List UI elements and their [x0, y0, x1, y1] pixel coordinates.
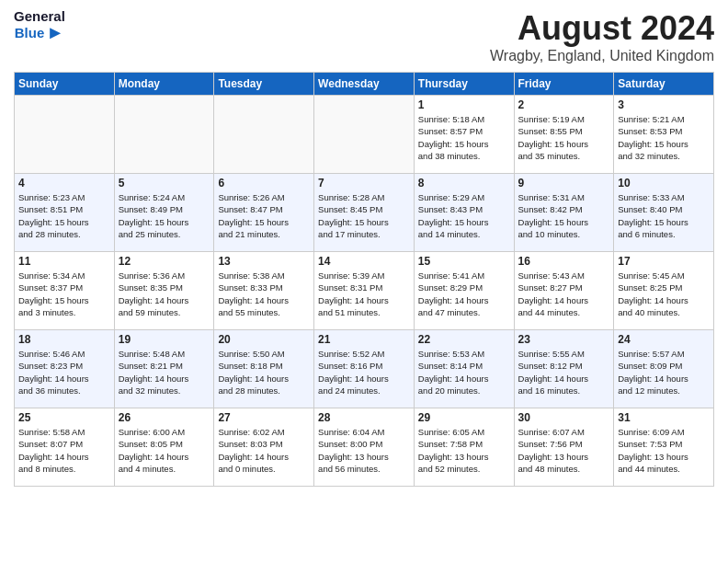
day-info: Sunrise: 6:04 AMSunset: 8:00 PMDaylight:… [318, 426, 410, 475]
day-info: Sunrise: 5:28 AMSunset: 8:45 PMDaylight:… [318, 191, 410, 240]
calendar-cell: 8Sunrise: 5:29 AMSunset: 8:43 PMDaylight… [414, 174, 514, 252]
day-number: 7 [318, 177, 410, 190]
day-number: 3 [618, 98, 710, 111]
day-number: 27 [218, 411, 310, 424]
day-info: Sunrise: 5:21 AMSunset: 8:53 PMDaylight:… [618, 113, 710, 162]
calendar-cell: 12Sunrise: 5:36 AMSunset: 8:35 PMDayligh… [114, 252, 214, 330]
logo: General Blue ► [14, 9, 65, 41]
calendar-cell: 5Sunrise: 5:24 AMSunset: 8:49 PMDaylight… [114, 174, 214, 252]
day-info: Sunrise: 5:18 AMSunset: 8:57 PMDaylight:… [418, 113, 510, 162]
calendar-cell: 27Sunrise: 6:02 AMSunset: 8:03 PMDayligh… [214, 408, 314, 487]
day-number: 11 [18, 255, 110, 268]
calendar-cell [214, 96, 314, 174]
calendar-header-row: SundayMondayTuesdayWednesdayThursdayFrid… [15, 73, 714, 96]
calendar-cell: 29Sunrise: 6:05 AMSunset: 7:58 PMDayligh… [414, 408, 514, 487]
calendar-cell [15, 96, 115, 174]
logo-chevron-icon: ► [46, 23, 64, 41]
month-year-title: August 2024 [490, 9, 714, 48]
calendar-week-row: 4Sunrise: 5:23 AMSunset: 8:51 PMDaylight… [15, 174, 714, 252]
day-number: 22 [418, 333, 510, 346]
calendar-cell: 21Sunrise: 5:52 AMSunset: 8:16 PMDayligh… [314, 330, 415, 408]
day-info: Sunrise: 5:39 AMSunset: 8:31 PMDaylight:… [318, 270, 410, 318]
day-info: Sunrise: 6:00 AMSunset: 8:05 PMDaylight:… [119, 426, 210, 475]
day-header-tuesday: Tuesday [214, 73, 314, 96]
day-number: 10 [618, 177, 710, 190]
calendar-cell: 14Sunrise: 5:39 AMSunset: 8:31 PMDayligh… [314, 252, 415, 330]
calendar-cell: 31Sunrise: 6:09 AMSunset: 7:53 PMDayligh… [614, 408, 714, 487]
day-info: Sunrise: 6:09 AMSunset: 7:53 PMDaylight:… [618, 426, 710, 475]
day-number: 5 [119, 177, 210, 190]
day-number: 17 [618, 255, 710, 268]
day-number: 30 [518, 411, 610, 424]
day-info: Sunrise: 5:57 AMSunset: 8:09 PMDaylight:… [618, 348, 710, 396]
day-info: Sunrise: 5:46 AMSunset: 8:23 PMDaylight:… [18, 348, 110, 396]
day-info: Sunrise: 5:36 AMSunset: 8:35 PMDaylight:… [119, 270, 210, 318]
calendar-cell: 22Sunrise: 5:53 AMSunset: 8:14 PMDayligh… [414, 330, 514, 408]
day-number: 28 [318, 411, 410, 424]
calendar-cell: 23Sunrise: 5:55 AMSunset: 8:12 PMDayligh… [514, 330, 614, 408]
day-info: Sunrise: 5:31 AMSunset: 8:42 PMDaylight:… [518, 191, 610, 240]
day-number: 25 [18, 411, 110, 424]
day-info: Sunrise: 5:50 AMSunset: 8:18 PMDaylight:… [218, 348, 310, 396]
day-number: 2 [518, 98, 610, 111]
day-number: 21 [318, 333, 410, 346]
day-info: Sunrise: 5:45 AMSunset: 8:25 PMDaylight:… [618, 270, 710, 318]
day-number: 23 [518, 333, 610, 346]
day-number: 12 [119, 255, 210, 268]
day-number: 13 [218, 255, 310, 268]
calendar-cell: 13Sunrise: 5:38 AMSunset: 8:33 PMDayligh… [214, 252, 314, 330]
calendar-week-row: 25Sunrise: 5:58 AMSunset: 8:07 PMDayligh… [15, 408, 714, 487]
calendar-cell: 28Sunrise: 6:04 AMSunset: 8:00 PMDayligh… [314, 408, 415, 487]
day-number: 19 [119, 333, 210, 346]
calendar-cell: 4Sunrise: 5:23 AMSunset: 8:51 PMDaylight… [15, 174, 115, 252]
page-container: General Blue ► August 2024 Wragby, Engla… [0, 0, 728, 491]
day-info: Sunrise: 5:53 AMSunset: 8:14 PMDaylight:… [418, 348, 510, 396]
calendar-cell: 3Sunrise: 5:21 AMSunset: 8:53 PMDaylight… [614, 96, 714, 174]
day-info: Sunrise: 5:24 AMSunset: 8:49 PMDaylight:… [119, 191, 210, 240]
calendar-cell: 9Sunrise: 5:31 AMSunset: 8:42 PMDaylight… [514, 174, 614, 252]
day-number: 4 [18, 177, 110, 190]
calendar-cell: 10Sunrise: 5:33 AMSunset: 8:40 PMDayligh… [614, 174, 714, 252]
title-block: August 2024 Wragby, England, United King… [490, 9, 714, 64]
calendar-cell: 19Sunrise: 5:48 AMSunset: 8:21 PMDayligh… [114, 330, 214, 408]
calendar-week-row: 11Sunrise: 5:34 AMSunset: 8:37 PMDayligh… [15, 252, 714, 330]
day-number: 18 [18, 333, 110, 346]
calendar-cell: 17Sunrise: 5:45 AMSunset: 8:25 PMDayligh… [614, 252, 714, 330]
day-number: 20 [218, 333, 310, 346]
day-header-saturday: Saturday [614, 73, 714, 96]
day-info: Sunrise: 6:05 AMSunset: 7:58 PMDaylight:… [418, 426, 510, 475]
day-info: Sunrise: 5:43 AMSunset: 8:27 PMDaylight:… [518, 270, 610, 318]
day-number: 8 [418, 177, 510, 190]
day-number: 26 [119, 411, 210, 424]
day-info: Sunrise: 6:07 AMSunset: 7:56 PMDaylight:… [518, 426, 610, 475]
calendar-table: SundayMondayTuesdayWednesdayThursdayFrid… [14, 72, 714, 487]
calendar-week-row: 1Sunrise: 5:18 AMSunset: 8:57 PMDaylight… [15, 96, 714, 174]
calendar-cell: 1Sunrise: 5:18 AMSunset: 8:57 PMDaylight… [414, 96, 514, 174]
calendar-cell: 25Sunrise: 5:58 AMSunset: 8:07 PMDayligh… [15, 408, 115, 487]
day-number: 6 [218, 177, 310, 190]
calendar-cell: 2Sunrise: 5:19 AMSunset: 8:55 PMDaylight… [514, 96, 614, 174]
day-info: Sunrise: 5:58 AMSunset: 8:07 PMDaylight:… [18, 426, 110, 475]
calendar-cell [314, 96, 415, 174]
day-info: Sunrise: 5:52 AMSunset: 8:16 PMDaylight:… [318, 348, 410, 396]
day-header-friday: Friday [514, 73, 614, 96]
day-number: 14 [318, 255, 410, 268]
calendar-cell: 11Sunrise: 5:34 AMSunset: 8:37 PMDayligh… [15, 252, 115, 330]
day-number: 9 [518, 177, 610, 190]
day-info: Sunrise: 5:23 AMSunset: 8:51 PMDaylight:… [18, 191, 110, 240]
day-info: Sunrise: 5:38 AMSunset: 8:33 PMDaylight:… [218, 270, 310, 318]
calendar-cell [114, 96, 214, 174]
calendar-cell: 20Sunrise: 5:50 AMSunset: 8:18 PMDayligh… [214, 330, 314, 408]
day-number: 1 [418, 98, 510, 111]
day-info: Sunrise: 6:02 AMSunset: 8:03 PMDaylight:… [218, 426, 310, 475]
day-header-monday: Monday [114, 73, 214, 96]
calendar-cell: 30Sunrise: 6:07 AMSunset: 7:56 PMDayligh… [514, 408, 614, 487]
logo-general-text: General [14, 9, 65, 23]
calendar-cell: 6Sunrise: 5:26 AMSunset: 8:47 PMDaylight… [214, 174, 314, 252]
day-info: Sunrise: 5:55 AMSunset: 8:12 PMDaylight:… [518, 348, 610, 396]
day-info: Sunrise: 5:41 AMSunset: 8:29 PMDaylight:… [418, 270, 510, 318]
day-number: 29 [418, 411, 510, 424]
day-info: Sunrise: 5:19 AMSunset: 8:55 PMDaylight:… [518, 113, 610, 162]
day-info: Sunrise: 5:34 AMSunset: 8:37 PMDaylight:… [18, 270, 110, 318]
day-number: 15 [418, 255, 510, 268]
